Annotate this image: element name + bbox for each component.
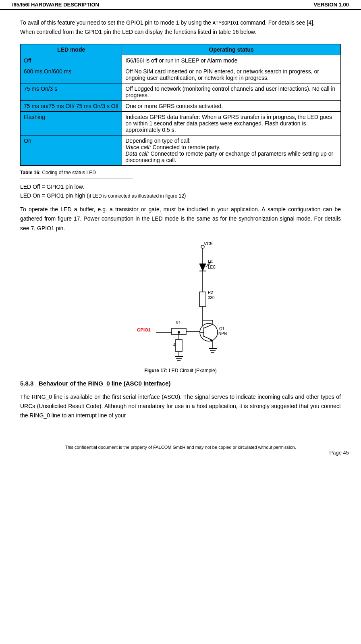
svg-text:VC5: VC5 — [204, 241, 212, 246]
table-header-status: Operating status — [122, 44, 341, 55]
table-row: 600 ms On/600 ms Off No SIM card inserte… — [21, 66, 341, 83]
footer-notice: This confidential document is the proper… — [12, 445, 349, 450]
table-row: Flashing Indicates GPRS data transfer: W… — [21, 111, 341, 135]
led-mode-flashing: Flashing — [21, 111, 122, 135]
header-left: I65/I56I HARDWARE DESCRIPTION — [12, 2, 99, 8]
status-data-label: Data call: — [125, 150, 149, 157]
intro-paragraph: To avail of this feature you need to set… — [20, 18, 341, 37]
led-note-line2: LED On = GPIO1 pin high (if LED is conne… — [20, 191, 341, 200]
table-caption: Table 16: Coding of the status LED — [20, 170, 341, 175]
led-note-2-prefix: LED On = GPIO1 pin high ( — [20, 192, 89, 199]
body-paragraph: To operate the LED a buffer, e.g. a tran… — [20, 205, 341, 233]
table-caption-text: Coding of the status LED — [41, 170, 96, 175]
table-header-mode: LED mode — [21, 44, 122, 55]
header-right: VERSION 1.00 — [314, 2, 349, 8]
section-number: 5.8.3 — [20, 380, 33, 387]
status-data-text: Connected to remote party or exchange of… — [125, 150, 333, 163]
led-status-600ms: Off No SIM card inserted or no PIN enter… — [122, 66, 341, 83]
figure-caption-label: Figure 17: — [144, 368, 167, 373]
led-mode-600ms: 600 ms On/600 ms — [21, 66, 122, 83]
table-row: Off I56/I56i is off or run in SLEEP or A… — [21, 55, 341, 66]
svg-point-1 — [201, 245, 204, 248]
svg-text:D1: D1 — [208, 259, 213, 264]
svg-text:NPN: NPN — [218, 331, 227, 336]
status-on-plain: Depending on type of call: — [125, 138, 191, 144]
intro-text-1: To avail of this feature you need to set… — [20, 19, 211, 26]
svg-rect-15 — [199, 292, 206, 306]
svg-text:Q1: Q1 — [219, 327, 225, 331]
section-paragraph: The RING_0 line is available on the firs… — [20, 392, 341, 420]
figure-caption-text: LED Circuit (Example) — [168, 368, 217, 373]
led-status-75ms75ms: One or more GPRS contexts activated. — [122, 100, 341, 111]
svg-text:GPIO1: GPIO1 — [137, 327, 151, 332]
section-heading: 5.8.3 Behaviour of the RING_0 line (ASC0… — [20, 380, 341, 387]
page-number: Page 45 — [12, 450, 349, 456]
intro-text-1b: command. For details see [4]. — [241, 19, 315, 26]
status-voice-label: Voice call: — [125, 144, 151, 150]
led-mode-off: Off — [21, 55, 122, 66]
led-status-off: I56/I56i is off or run in SLEEP or Alarm… — [122, 55, 341, 66]
table-row: 75 ms on/75 ms Off/ 75 ms On/3 s Off One… — [21, 100, 341, 111]
led-mode-on: On — [21, 135, 122, 165]
table-caption-label: Table 16: — [20, 170, 41, 175]
led-note-line1: LED Off = GPIO1 pin low. — [20, 182, 341, 191]
table-row: 75 ms On/3 s Off Logged to network (moni… — [21, 83, 341, 100]
circuit-diagram: VC5 D1 LEC R2 330 — [116, 240, 245, 365]
svg-marker-5 — [199, 264, 206, 271]
led-status-75ms3s: Off Logged to network (monitoring contro… — [122, 83, 341, 100]
led-mode-table: LED mode Operating status Off I56/I56i i… — [20, 44, 341, 166]
led-mode-75ms3s: 75 ms On/3 s — [21, 83, 122, 100]
table-row: On Depending on type of call: Voice call… — [21, 135, 341, 165]
at-command: AT^SGPIO1 — [213, 21, 239, 26]
figure-container: VC5 D1 LEC R2 330 — [20, 240, 341, 373]
intro-text-2: When controlled from the GPIO1 pin the L… — [20, 29, 256, 35]
led-mode-75ms75ms: 75 ms on/75 ms Off/ 75 ms On/3 s Off — [21, 100, 122, 111]
page-header: I65/I56I HARDWARE DESCRIPTION VERSION 1.… — [0, 0, 361, 10]
svg-text:330: 330 — [208, 296, 215, 300]
figure-caption: Figure 17: LED Circuit (Example) — [144, 368, 216, 373]
svg-rect-39 — [176, 340, 182, 352]
led-status-on: Depending on type of call: Voice call: C… — [122, 135, 341, 165]
led-notes: LED Off = GPIO1 pin low. LED On = GPIO1 … — [20, 182, 341, 200]
svg-text:R2: R2 — [208, 290, 213, 295]
section-title: Behaviour of the RING_0 line (ASC0 inter… — [39, 380, 171, 387]
status-voice-text: Connected to remote party. — [151, 144, 221, 150]
main-content: To avail of this feature you need to set… — [0, 10, 361, 435]
led-note-2-small: if LED is connected as illustrated in fi… — [89, 193, 184, 199]
separator-line — [20, 179, 133, 179]
led-status-flashing: Indicates GPRS data transfer: When a GPR… — [122, 111, 341, 135]
led-note-2-suffix: ) — [184, 192, 186, 199]
svg-text:R1: R1 — [176, 321, 181, 325]
page-footer: This confidential document is the proper… — [0, 443, 361, 457]
